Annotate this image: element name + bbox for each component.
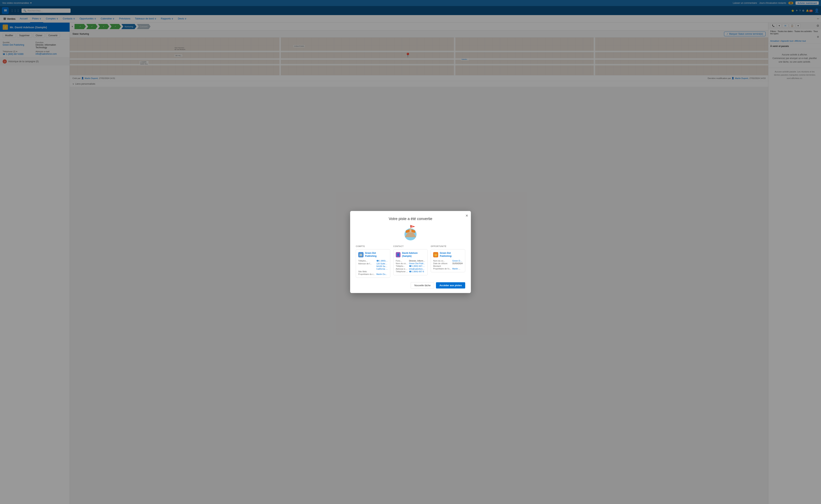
modal-overlay[interactable]: ✕ Votre piste a été convertie ★ xyxy=(0,0,821,504)
compte-card-icon: 🏢 xyxy=(358,252,363,257)
opportunite-card: 👑 Green Dot Publishing- Nom du co... Gre… xyxy=(431,249,465,272)
opportunite-card-name[interactable]: Green Dot Publishing- xyxy=(440,252,463,258)
contact-section: CONTACT 👤 David Adelson (Sample) Fonc...… xyxy=(393,245,428,278)
compte-section: COMPTE 🏢 Green Dot Publishing Télépho...… xyxy=(356,245,390,278)
opportunite-label: OPPORTUNITÉ xyxy=(431,245,465,247)
modal-sections: COMPTE 🏢 Green Dot Publishing Télépho...… xyxy=(356,245,465,278)
opportunite-card-icon: 👑 xyxy=(433,252,438,257)
svg-text:★: ★ xyxy=(411,225,413,227)
opportunite-section: OPPORTUNITÉ 👑 Green Dot Publishing- Nom … xyxy=(431,245,465,278)
acceder-pistes-button[interactable]: Accéder aux pistes xyxy=(436,282,465,288)
nouvelle-tache-button[interactable]: Nouvelle tâche xyxy=(411,282,434,288)
opportunite-card-header: 👑 Green Dot Publishing- xyxy=(433,252,463,258)
contact-card: 👤 David Adelson (Sample) Fonc... Directo… xyxy=(393,249,428,275)
modal-dialog: ✕ Votre piste a été convertie ★ xyxy=(350,211,471,293)
opportunite-card-rows: Nom du co... Green Dot Publ... Date de c… xyxy=(433,260,463,270)
contact-label: CONTACT xyxy=(393,245,428,247)
contact-card-name[interactable]: David Adelson (Sample) xyxy=(402,252,425,258)
success-svg: ★ xyxy=(402,224,419,241)
modal-title: Votre piste a été convertie xyxy=(356,217,465,221)
contact-card-header: 👤 David Adelson (Sample) xyxy=(396,252,426,258)
compte-card: 🏢 Green Dot Publishing Télépho... ☎1 (80… xyxy=(356,249,390,278)
compte-label: COMPTE xyxy=(356,245,390,247)
modal-success-icon: ★ xyxy=(356,224,465,242)
compte-card-rows: Télépho... ☎1 (800) 667-6385 Adresse de … xyxy=(358,260,388,275)
modal-close-button[interactable]: ✕ xyxy=(466,214,468,218)
contact-card-rows: Fonc... Director, Information ... Nom du… xyxy=(396,260,426,273)
modal-footer: Nouvelle tâche Accéder aux pistes xyxy=(356,282,465,288)
contact-card-icon: 👤 xyxy=(396,252,400,257)
compte-card-header: 🏢 Green Dot Publishing xyxy=(358,252,388,258)
compte-card-name[interactable]: Green Dot Publishing xyxy=(365,252,388,258)
